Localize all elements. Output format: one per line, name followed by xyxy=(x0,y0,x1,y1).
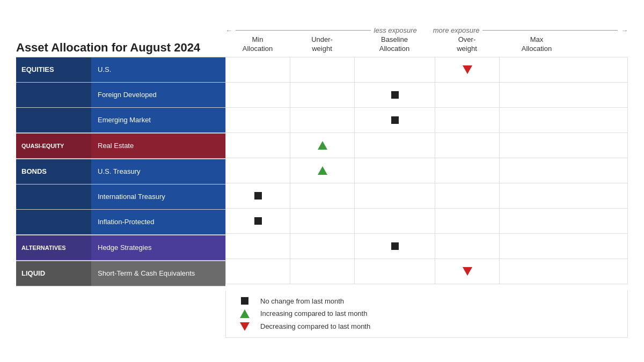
bonds-group: BONDS U.S. Treasury International Treasu… xyxy=(16,159,225,235)
emerging-label: Emerging Market xyxy=(91,108,225,132)
cell-us-baseline xyxy=(354,57,435,82)
right-grid xyxy=(225,57,628,286)
liquid-group: LIQUID Short-Term & Cash Equivalents xyxy=(16,261,225,286)
legend-item-up: Increasing compared to last month xyxy=(237,309,617,318)
cell-foreign-max xyxy=(499,83,628,107)
grid-row-inflation xyxy=(225,208,628,233)
cell-foreign-baseline xyxy=(354,83,435,107)
cell-ip-under xyxy=(290,209,354,233)
cell-hs-baseline xyxy=(354,234,435,258)
equities-category: EQUITIES xyxy=(16,57,91,82)
alts-row: ALTERNATIVES Hedge Strategies xyxy=(16,235,225,261)
cell-ip-min xyxy=(225,209,290,233)
shortterm-label: Short-Term & Cash Equivalents xyxy=(91,261,225,286)
alts-group: ALTERNATIVES Hedge Strategies xyxy=(16,235,225,261)
cell-ip-max xyxy=(499,209,628,233)
left-labels: EQUITIES U.S. Foreign Developed Emerging… xyxy=(16,57,225,286)
cell-hs-min xyxy=(225,234,290,258)
col-header-baseline: BaselineAllocation xyxy=(354,35,435,54)
cell-re-baseline xyxy=(354,133,435,158)
more-exposure-label: more exposure xyxy=(433,26,480,34)
cell-ust-max xyxy=(499,158,628,183)
column-headers: MinAllocation Under-weight BaselineAlloc… xyxy=(225,35,628,54)
left-line xyxy=(236,30,371,31)
exposure-bar: ← less exposure more exposure → xyxy=(225,24,628,35)
less-exposure-label: less exposure xyxy=(374,26,417,34)
legend-square-text: No change from last month xyxy=(260,297,344,305)
square-icon xyxy=(391,91,399,99)
bonds-intl-row: International Treasury xyxy=(16,184,225,209)
cell-emerging-under xyxy=(290,108,354,132)
ustreasury-label: U.S. Treasury xyxy=(91,159,225,184)
legend-item-square: No change from last month xyxy=(237,297,617,305)
cell-ip-over xyxy=(435,209,499,233)
cell-hs-under xyxy=(290,234,354,258)
grid-row-us xyxy=(225,57,628,82)
liquid-category: LIQUID xyxy=(16,261,91,286)
quasi-row: QUASI-EQUITY Real Estate xyxy=(16,133,225,159)
cell-it-baseline xyxy=(354,183,435,208)
bonds-treasury-row: BONDS U.S. Treasury xyxy=(16,159,225,184)
cell-it-under xyxy=(290,183,354,208)
cell-re-over xyxy=(435,133,499,158)
cell-ust-over xyxy=(435,158,499,183)
cell-st-under xyxy=(290,259,354,284)
cell-hs-over xyxy=(435,234,499,258)
equities-foreign-row: Foreign Developed xyxy=(16,82,225,107)
col-header-over: Over-weight xyxy=(435,35,499,54)
liquid-row: LIQUID Short-Term & Cash Equivalents xyxy=(16,261,225,286)
grid-row-foreign xyxy=(225,82,628,107)
cell-hs-max xyxy=(499,234,628,258)
title-area: Asset Allocation for August 2024 xyxy=(16,24,225,56)
col-header-under: Under-weight xyxy=(290,35,354,54)
foreign-label: Foreign Developed xyxy=(91,83,225,107)
legend-square-icon xyxy=(237,297,253,305)
cell-us-max xyxy=(499,57,628,82)
grid-row-emerging xyxy=(225,107,628,132)
square-icon-5 xyxy=(391,242,399,250)
hedge-label: Hedge Strategies xyxy=(91,235,225,260)
cell-st-min xyxy=(225,259,290,284)
equities-group: EQUITIES U.S. Foreign Developed Emerging… xyxy=(16,57,225,133)
legend-down-icon xyxy=(237,322,253,331)
intltreasury-label: International Treasury xyxy=(91,184,225,209)
cell-re-min xyxy=(225,133,290,158)
legend-square xyxy=(241,297,248,305)
grid-row-realestate xyxy=(225,132,628,158)
cell-emerging-max xyxy=(499,108,628,132)
grid-row-ustreasury xyxy=(225,158,628,183)
cell-emerging-min xyxy=(225,108,290,132)
cell-ip-baseline xyxy=(354,209,435,233)
legend-up-text: Increasing compared to last month xyxy=(260,309,367,317)
cell-us-under xyxy=(290,57,354,82)
bonds-category-2 xyxy=(16,184,91,209)
square-icon-2 xyxy=(391,116,399,124)
cell-emerging-baseline xyxy=(354,108,435,132)
legend-up-triangle xyxy=(240,309,250,318)
page-title: Asset Allocation for August 2024 xyxy=(16,40,225,56)
bonds-inflation-row: Inflation-Protected xyxy=(16,209,225,235)
legend-down-triangle xyxy=(240,322,250,331)
cell-foreign-under xyxy=(290,83,354,107)
cell-foreign-over xyxy=(435,83,499,107)
square-icon-3 xyxy=(254,192,262,200)
down-triangle-icon-2 xyxy=(463,267,472,276)
legend: No change from last month Increasing com… xyxy=(225,291,628,338)
grid-row-intltreasury xyxy=(225,183,628,208)
us-label: U.S. xyxy=(91,57,225,82)
arrow-left-icon: ← xyxy=(225,26,232,34)
arrow-right-icon: → xyxy=(621,26,628,34)
legend-up-icon xyxy=(237,309,253,318)
alts-category: ALTERNATIVES xyxy=(16,235,91,260)
cell-st-max xyxy=(499,259,628,284)
realestate-label: Real Estate xyxy=(91,134,225,158)
cell-ust-min xyxy=(225,158,290,183)
equities-us-row: EQUITIES U.S. xyxy=(16,57,225,82)
col-header-min: MinAllocation xyxy=(225,35,290,54)
square-icon-4 xyxy=(254,217,262,225)
grid-row-hedge xyxy=(225,233,628,258)
cell-us-min xyxy=(225,57,290,82)
col-header-max: MaxAllocation xyxy=(499,35,574,54)
quasi-group: QUASI-EQUITY Real Estate xyxy=(16,133,225,159)
equities-category-3 xyxy=(16,108,91,132)
